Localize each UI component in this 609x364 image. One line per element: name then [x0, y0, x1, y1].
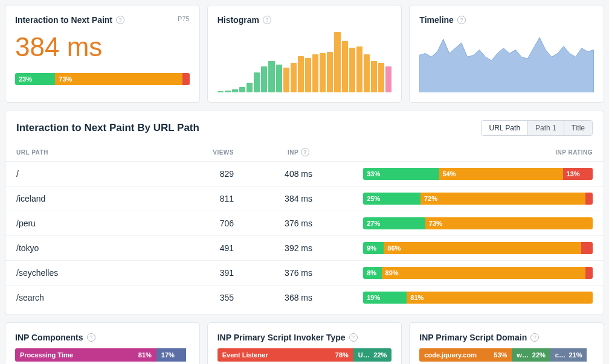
timeline-chart — [419, 32, 594, 92]
rating-segment — [182, 73, 190, 85]
histogram-card: Histogram ? — [207, 5, 402, 103]
component-segment: code.jquery.com53% — [419, 348, 512, 362]
inp-card: Interaction to Next Paint ? P75 384 ms 2… — [5, 5, 200, 103]
rating-segment: 86% — [384, 242, 581, 254]
rating-segment — [585, 267, 593, 279]
histogram-bar — [291, 63, 297, 92]
table-row[interactable]: /peru706376 ms27%73% — [5, 211, 604, 236]
domain-title: INP Primary Script Domain — [419, 333, 527, 342]
by-url-title: Interaction to Next Paint By URL Path — [16, 122, 199, 134]
timeline-area — [419, 37, 594, 92]
col-url-path[interactable]: URL Path — [5, 143, 161, 162]
cell-inp: 376 ms — [245, 211, 352, 236]
components-bar: Processing Time81%17% — [15, 348, 190, 362]
domain-bar: code.jquery.com53%w…22%c…21% — [419, 348, 594, 362]
cell-views: 491 — [161, 236, 245, 261]
histogram-bar — [356, 46, 362, 92]
histogram-bar — [246, 83, 253, 92]
help-icon[interactable]: ? — [301, 148, 309, 156]
cell-path: /peru — [5, 211, 161, 236]
histogram-bar — [364, 54, 370, 92]
help-icon[interactable]: ? — [263, 16, 271, 24]
cell-path: /tokyo — [5, 236, 161, 261]
col-views[interactable]: Views — [161, 143, 245, 162]
invoker-title: INP Primary Script Invoker Type — [218, 333, 346, 342]
cell-path: /search — [5, 286, 161, 310]
rating-segment: 89% — [382, 267, 585, 279]
help-icon[interactable]: ? — [457, 16, 466, 24]
component-segment: 17% — [156, 348, 186, 362]
col-inp[interactable]: INP ? — [245, 143, 352, 162]
histogram-bar — [320, 53, 326, 92]
col-inp-rating[interactable]: INP Rating — [352, 143, 604, 162]
table-row[interactable]: /search355368 ms19%81% — [5, 286, 604, 310]
rating-segment: 8% — [363, 267, 381, 279]
histogram-bar — [225, 91, 231, 92]
timeline-title: Timeline — [419, 15, 454, 25]
histogram-bar — [276, 65, 282, 92]
cell-rating: 33%54%13% — [352, 162, 604, 187]
rating-segment: 54% — [439, 168, 563, 180]
cell-inp: 392 ms — [245, 236, 352, 261]
cell-rating: 9%86% — [352, 236, 604, 261]
cell-views: 829 — [161, 162, 245, 187]
rating-segment: 73% — [425, 217, 593, 229]
cell-inp: 368 ms — [245, 286, 352, 310]
component-segment: c…21% — [550, 348, 587, 362]
rating-segment: 19% — [363, 292, 407, 304]
components-title: INP Components — [15, 333, 83, 342]
rating-segment: 81% — [407, 292, 593, 304]
rating-segment: 72% — [420, 193, 585, 205]
cell-rating: 8%89% — [352, 261, 604, 286]
cell-inp: 384 ms — [245, 187, 352, 211]
histogram-bar — [268, 61, 274, 92]
segment-title[interactable]: Title — [564, 121, 592, 135]
component-segment: Processing Time81% — [15, 348, 156, 362]
cell-path: /seychelles — [5, 261, 161, 286]
timeline-card: Timeline ? — [409, 5, 604, 103]
histogram-bar — [349, 48, 355, 92]
inp-components-card: INP Components ? Processing Time81%17% — [5, 322, 200, 364]
histogram-bar — [342, 41, 348, 92]
help-icon[interactable]: ? — [116, 16, 124, 24]
histogram-chart — [218, 32, 392, 92]
histogram-bar — [232, 89, 238, 92]
by-url-table: URL Path Views INP ? INP Rating /829408 … — [5, 143, 604, 310]
table-row[interactable]: /829408 ms33%54%13% — [5, 162, 604, 187]
cell-inp: 376 ms — [245, 261, 352, 286]
rating-segment — [585, 193, 593, 205]
inp-rating-bar: 23%73% — [15, 73, 190, 85]
help-icon[interactable]: ? — [87, 333, 95, 342]
histogram-bar — [298, 56, 304, 92]
component-segment: U…22% — [353, 348, 392, 362]
p75-badge: P75 — [178, 15, 190, 22]
inp-invoker-card: INP Primary Script Invoker Type ? Event … — [207, 322, 402, 364]
histogram-bar — [239, 87, 245, 92]
rating-segment: 9% — [363, 242, 384, 254]
help-icon[interactable]: ? — [349, 333, 358, 342]
histogram-bar — [283, 68, 289, 92]
segment-path-1[interactable]: Path 1 — [528, 121, 564, 135]
help-icon[interactable]: ? — [530, 333, 539, 342]
cell-rating: 19%81% — [352, 286, 604, 310]
top-row: Interaction to Next Paint ? P75 384 ms 2… — [5, 5, 604, 103]
invoker-bar: Event Listener78%U…22% — [218, 348, 392, 362]
cell-views: 706 — [161, 211, 245, 236]
rating-segment: 73% — [55, 73, 182, 85]
rating-segment: 25% — [363, 193, 420, 205]
table-row[interactable]: /tokyo491392 ms9%86% — [5, 236, 604, 261]
table-row[interactable]: /iceland811384 ms25%72% — [5, 187, 604, 211]
cell-rating: 27%73% — [352, 211, 604, 236]
table-row[interactable]: /seychelles391376 ms8%89% — [5, 261, 604, 286]
rating-segment: 23% — [15, 73, 55, 85]
rating-segment: 33% — [363, 168, 439, 180]
cell-path: /iceland — [5, 187, 161, 211]
segment-url-path[interactable]: URL Path — [482, 121, 528, 135]
histogram-bar — [385, 66, 392, 92]
cell-path: / — [5, 162, 161, 187]
histogram-bar — [312, 54, 318, 92]
cell-views: 811 — [161, 187, 245, 211]
histogram-bar — [254, 72, 260, 92]
inp-card-title: Interaction to Next Paint — [15, 15, 112, 25]
inp-value: 384 ms — [15, 32, 190, 62]
